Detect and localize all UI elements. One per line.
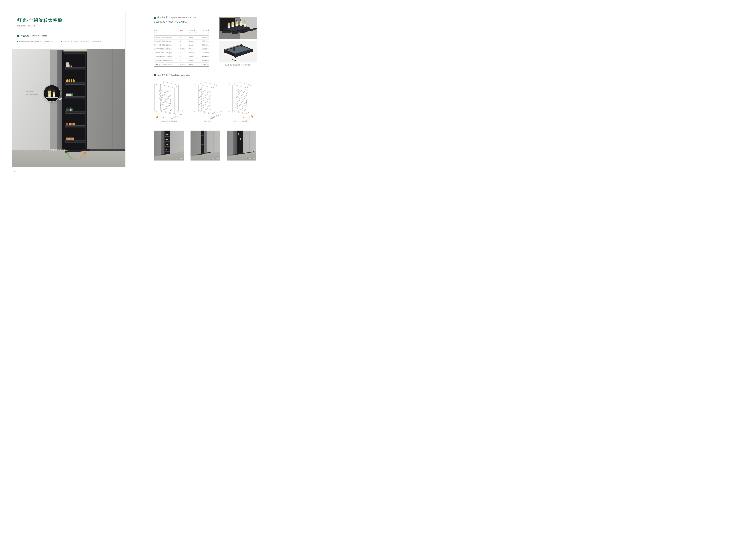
spec-table-header: 规格(W*D*H) 层数Layer 柜体宽度Cabinet width 柜内宽度… — [154, 28, 209, 36]
spec-heading-en: Specification Parameter Chart — [171, 17, 196, 18]
table-header-cell: 层数Layer — [180, 29, 189, 34]
effect-caption: 向右旋转效果 — [245, 157, 255, 159]
feature-bullet-text: 联动结构、省力静音、大容量大收纳、二边氛围光源 — [63, 41, 101, 43]
spec-section-heading: 规格参数图 / Specification Parameter Chart — [154, 16, 196, 19]
table-row: B:244*505*(1350-1650)mm5300mm264 ±2mm — [154, 40, 209, 44]
callout-label: 全铝支架 前后氛围硅胶灯 — [26, 90, 38, 96]
effect-photo-rotate-left: 向左旋转效果 — [154, 131, 184, 160]
catalog-spread: 灯光·全铝旋转太空舱 Revolving Tall Unit 产品特点 / Pr… — [0, 0, 274, 179]
diagram-caption: 篮体平拉出 向左边旋转 — [153, 120, 185, 122]
table-row: D:244*505*(1950-2200)mm6 (加高)300mm264 ±2… — [154, 47, 209, 51]
table-row: A:244*505*(1050-1350)mm4300mm264 ±2mm — [154, 36, 209, 40]
hero-product-photo: 全铝支架 前后氛围硅胶灯 灯光轴承旋转全铝平开拉篮 — [12, 49, 125, 167]
install-section-heading: 安装参数图 / Installation parameters — [154, 74, 190, 76]
section-marker-icon — [154, 74, 156, 76]
feature-bullet: • 联动结构、省力静音、大容量大收纳、二边氛围光源 — [61, 41, 101, 43]
model-codes: GS05-01XZ·A / GS05-01XZ-WP·A — [154, 21, 187, 23]
install-diagram-rotate-left: 柜内深度 ≥520mm — [153, 80, 185, 120]
install-heading-zh: 安装参数图 — [157, 74, 168, 76]
install-diagram-pullout: 柜内深度 ≥520mm — [191, 80, 223, 120]
heading-separator: / — [169, 74, 170, 76]
table-row: H:344*505*(1950-2200)mm6 (加高)400mm364 ±2… — [154, 63, 209, 67]
table-row: C:244*505*(1650-1950)mm6300mm264 ±2mm — [154, 43, 209, 47]
effect-photo-rotate-right: 向右旋转效果 — [227, 131, 256, 160]
spec-table: 规格(W*D*H) 层数Layer 柜体宽度Cabinet width 柜内宽度… — [154, 28, 209, 67]
effect-caption: 篮体平拉出效果 — [207, 157, 219, 159]
page-title: 灯光·全铝旋转太空舱 — [17, 17, 63, 23]
table-header-cell: 柜内宽度Inner width — [200, 29, 209, 34]
feature-bullets: • 内含8轴承旋转、全铝合金支架、内嵌硅胶灯条 • 联动结构、省力静音、大容量大… — [17, 41, 120, 43]
page-number-rule — [262, 169, 262, 174]
section-marker-icon — [17, 35, 19, 37]
callout-label-line1: 全铝支架 — [26, 90, 38, 93]
spec-heading-zh: 规格参数图 — [157, 16, 168, 19]
features-heading-zh: 产品特点 — [21, 35, 29, 37]
rotate-right-arrow-icon — [75, 153, 85, 159]
rotate-left-arc-icon — [157, 117, 166, 118]
features-heading-en: Product Features — [32, 35, 47, 37]
detail-photo-pullout — [219, 17, 257, 39]
right-page-card: 规格参数图 / Specification Parameter Chart GS… — [148, 12, 262, 167]
cabinet-plinth-shadow — [87, 149, 125, 151]
rotate-right-arc-icon — [243, 117, 252, 118]
basket-shelf — [65, 77, 85, 84]
basket-shelf — [65, 135, 85, 143]
install-diagram-rotate-right — [225, 80, 257, 120]
rotation-arrows-icon — [64, 151, 89, 161]
heading-separator: / — [169, 17, 170, 18]
detail-callout-circle — [44, 85, 60, 102]
table-row: G:344*505*(1650-1950)mm6400mm364 ±2mm — [154, 59, 209, 63]
basket-photo-caption: 全内部榫卯结构玻璃篮·不见任何螺丝 — [219, 64, 257, 66]
bottle-detail — [48, 89, 51, 97]
detail-photo-basket — [219, 41, 257, 62]
basket-shelf — [65, 120, 85, 128]
basket-shelf — [65, 106, 85, 114]
title-block: 灯光·全铝旋转太空舱 Revolving Tall Unit — [17, 17, 63, 27]
diagram-caption: 篮体平拉出 向右边旋转 — [225, 120, 257, 122]
feature-bullet: • 内含8轴承旋转、全铝合金支架、内嵌硅胶灯条 — [17, 41, 53, 43]
section-marker-icon — [154, 17, 156, 18]
bottle-detail — [53, 90, 55, 97]
features-heading: 产品特点 / Product Features — [17, 35, 120, 37]
cabinet-right-doors — [87, 49, 125, 150]
table-header-cell: 柜体宽度Cabinet width — [189, 29, 200, 34]
table-row: E:344*505*(1050-1350)mm4400mm364 ±2mm — [154, 51, 209, 55]
diagram-caption: 篮体平拉出 — [191, 120, 223, 122]
basket-shelf — [65, 62, 85, 70]
product-features-section: 产品特点 / Product Features • 内含8轴承旋转、全铝合金支架… — [17, 35, 120, 43]
page-subtitle: Revolving Tall Unit — [17, 25, 63, 27]
left-page-card: 灯光·全铝旋转太空舱 Revolving Tall Unit 产品特点 / Pr… — [12, 12, 125, 167]
effect-photo-pullout: 篮体平拉出效果 — [191, 131, 220, 160]
rotate-left-arrow-icon — [67, 154, 74, 159]
effect-caption: 向左旋转效果 — [173, 157, 183, 159]
callout-label-line2: 前后氛围硅胶灯 — [26, 93, 38, 96]
table-header-cell: 规格(W*D*H) — [154, 29, 180, 34]
basket-shelf — [65, 91, 85, 99]
bullet-dot-icon: • — [61, 41, 62, 43]
page-number-right: 144 — [0, 171, 260, 173]
bullet-dot-icon: • — [17, 41, 18, 43]
revolving-pullout-unit — [63, 52, 87, 149]
install-heading-en: Installation parameters — [171, 74, 190, 76]
section-divider — [148, 70, 262, 70]
table-row: F:344*505*(1350-1650)mm5400mm364 ±2mm — [154, 55, 209, 59]
photo-annotation: 灯光轴承旋转全铝平开拉篮 — [43, 149, 66, 151]
heading-separator: / — [30, 35, 31, 37]
feature-bullet-text: 内含8轴承旋转、全铝合金支架、内嵌硅胶灯条 — [19, 41, 53, 43]
